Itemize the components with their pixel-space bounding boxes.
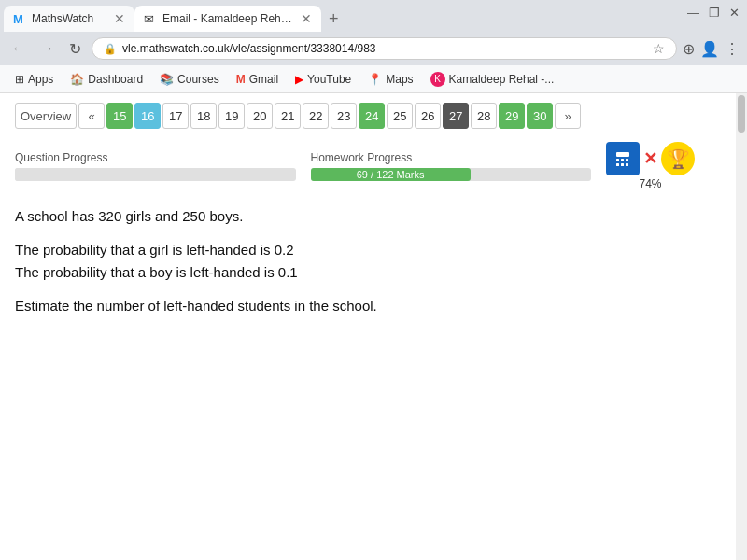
tab-email[interactable]: ✉ Email - Kamaldeep Rehal - Outlo... ✕ (134, 6, 321, 32)
maps-icon: 📍 (368, 73, 382, 86)
url-bar[interactable]: 🔒 vle.mathswatch.co.uk/vle/assignment/33… (92, 37, 677, 60)
close-window-button[interactable]: ✕ (729, 6, 740, 20)
svg-rect-7 (626, 163, 628, 166)
back-button[interactable]: ← (7, 40, 30, 57)
svg-rect-3 (621, 159, 624, 161)
scrollbar[interactable] (736, 93, 747, 560)
email-favicon: ✉ (144, 12, 157, 25)
progress-section: Question Progress Homework Progress 69 /… (15, 142, 695, 190)
url-actions: ☆ (653, 41, 665, 56)
svg-rect-1 (616, 152, 629, 157)
page-27[interactable]: 27 (443, 103, 469, 129)
homework-progress-block: Homework Progress 69 / 122 Marks (311, 151, 592, 181)
question-line2: The probability that a girl is left-hand… (15, 242, 294, 258)
question-text: A school has 320 girls and 250 boys. The… (15, 205, 695, 317)
score-percent: 74% (639, 177, 661, 190)
page-overview[interactable]: Overview (15, 103, 77, 129)
content-area: Overview « 15 16 17 18 19 20 21 22 23 24… (0, 93, 747, 560)
page-25[interactable]: 25 (387, 103, 413, 129)
page-prev[interactable]: « (78, 103, 105, 129)
gmail-icon: M (236, 73, 246, 86)
question-line4: Estimate the number of left-handed stude… (15, 295, 695, 317)
page-21[interactable]: 21 (275, 103, 301, 129)
apps-icon: ⊞ (15, 73, 24, 86)
homework-progress-value: 69 / 122 Marks (357, 169, 425, 180)
page-22[interactable]: 22 (303, 103, 329, 129)
maps-label: Maps (386, 73, 413, 86)
question-lines23: The probability that a girl is left-hand… (15, 239, 695, 284)
address-bar: ← → ↻ 🔒 vle.mathswatch.co.uk/vle/assignm… (0, 32, 747, 65)
page-content: Overview « 15 16 17 18 19 20 21 22 23 24… (0, 93, 710, 338)
menu-button[interactable]: ⋮ (725, 40, 740, 58)
kamaldeep-label: Kamaldeep Rehal -... (449, 73, 555, 86)
question-progress-bar-bg (15, 168, 296, 181)
reload-button[interactable]: ↻ (63, 40, 86, 58)
tab-mathswatch-close[interactable]: ✕ (114, 12, 125, 25)
tab-bar: M MathsWatch ✕ ✉ Email - Kamaldeep Rehal… (0, 0, 747, 32)
calculator-icon[interactable] (606, 142, 640, 175)
svg-rect-2 (616, 159, 619, 161)
page-20[interactable]: 20 (247, 103, 273, 129)
scrollbar-thumb[interactable] (738, 95, 745, 133)
bookmark-youtube[interactable]: ▶ YouTube (288, 71, 359, 88)
youtube-label: YouTube (307, 73, 351, 86)
bookmark-maps[interactable]: 📍 Maps (360, 71, 420, 88)
maximize-button[interactable]: ❐ (709, 6, 720, 20)
extensions-button[interactable]: ⊕ (683, 40, 695, 58)
page-16[interactable]: 16 (134, 103, 161, 129)
apps-label: Apps (28, 73, 53, 86)
bookmark-gmail[interactable]: M Gmail (229, 71, 286, 88)
bookmark-dashboard[interactable]: 🏠 Dashboard (63, 71, 150, 88)
homework-progress-bar-fill: 69 / 122 Marks (311, 168, 471, 181)
svg-rect-5 (616, 163, 619, 166)
youtube-icon: ▶ (295, 73, 303, 86)
pagination: Overview « 15 16 17 18 19 20 21 22 23 24… (15, 103, 695, 129)
minimize-button[interactable]: — (687, 6, 699, 20)
gmail-label: Gmail (249, 73, 278, 86)
question-progress-block: Question Progress (15, 151, 296, 181)
question-line3: The probability that a boy is left-hande… (15, 264, 298, 280)
page-17[interactable]: 17 (162, 103, 189, 129)
question-line1: A school has 320 girls and 250 boys. (15, 205, 695, 228)
window-controls: — ❐ ✕ (687, 6, 740, 20)
wrong-mark-icon: ✕ (643, 148, 657, 169)
homework-progress-label: Homework Progress (311, 151, 592, 164)
lock-icon: 🔒 (104, 43, 117, 55)
courses-label: Courses (177, 73, 219, 86)
new-tab-button[interactable]: + (321, 6, 346, 32)
page-26[interactable]: 26 (415, 103, 441, 129)
kamaldeep-icon: K (430, 72, 445, 87)
icons-area: ✕ 🏆 74% (606, 142, 695, 190)
svg-rect-6 (621, 163, 624, 166)
bookmark-star-button[interactable]: ☆ (653, 41, 665, 56)
profile-button[interactable]: 👤 (700, 40, 719, 58)
page-29[interactable]: 29 (499, 103, 525, 129)
page-28[interactable]: 28 (471, 103, 497, 129)
bookmark-courses[interactable]: 📚 Courses (152, 71, 227, 88)
homework-progress-bar-bg: 69 / 122 Marks (311, 168, 592, 181)
bookmarks-bar: ⊞ Apps 🏠 Dashboard 📚 Courses M Gmail ▶ Y… (0, 65, 747, 93)
page-23[interactable]: 23 (331, 103, 357, 129)
bookmark-kamaldeep[interactable]: K Kamaldeep Rehal -... (423, 70, 562, 89)
page-30[interactable]: 30 (527, 103, 553, 129)
dashboard-icon: 🏠 (70, 73, 84, 86)
courses-icon: 📚 (160, 73, 174, 86)
page-next[interactable]: » (555, 103, 581, 129)
svg-rect-4 (626, 159, 628, 161)
dashboard-label: Dashboard (88, 73, 143, 86)
tab-mathswatch-title: MathsWatch (32, 12, 108, 25)
bookmark-apps[interactable]: ⊞ Apps (7, 71, 61, 88)
url-text: vle.mathswatch.co.uk/vle/assignment/3338… (122, 42, 647, 55)
page-24[interactable]: 24 (359, 103, 385, 129)
page-19[interactable]: 19 (218, 103, 245, 129)
tab-email-close[interactable]: ✕ (301, 12, 312, 25)
forward-button[interactable]: → (35, 40, 58, 57)
trophy-icon: 🏆 (661, 142, 695, 175)
tab-mathswatch[interactable]: M MathsWatch ✕ (4, 6, 134, 32)
page-15[interactable]: 15 (106, 103, 133, 129)
icons-row: ✕ 🏆 (606, 142, 695, 175)
question-progress-bar-fill (15, 168, 29, 181)
tab-email-title: Email - Kamaldeep Rehal - Outlo... (162, 12, 295, 25)
page-18[interactable]: 18 (190, 103, 217, 129)
mathswatch-favicon: M (13, 12, 26, 25)
